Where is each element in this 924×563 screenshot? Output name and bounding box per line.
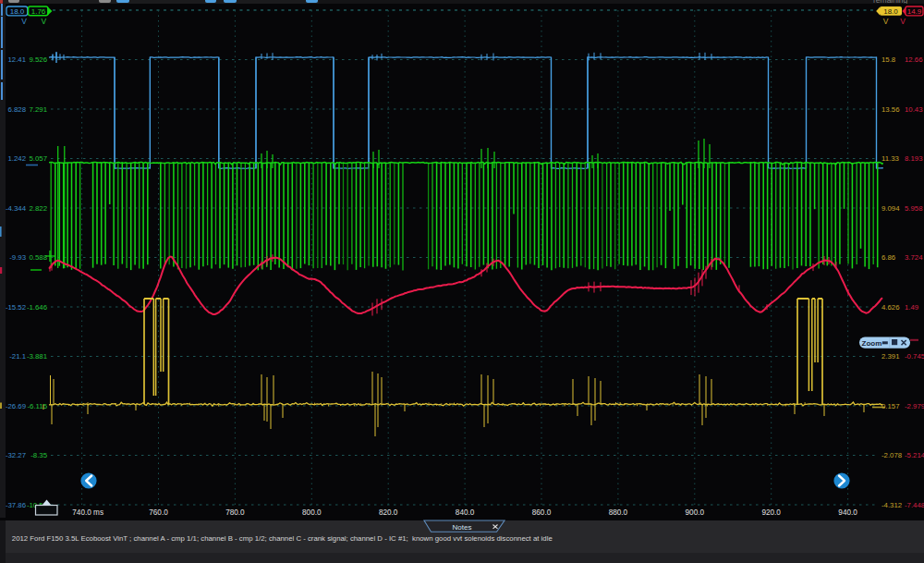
svg-text:12.41: 12.41 <box>7 55 26 64</box>
svg-text:V: V <box>21 17 27 26</box>
svg-text:820.0: 820.0 <box>379 508 398 517</box>
svg-text:-4.312: -4.312 <box>881 501 902 509</box>
svg-text:-37.86: -37.86 <box>6 501 26 509</box>
svg-text:840.0: 840.0 <box>456 508 475 517</box>
svg-text:-21.1: -21.1 <box>9 352 26 361</box>
svg-text:8.193: 8.193 <box>905 154 923 163</box>
svg-text:14.9: 14.9 <box>907 7 922 16</box>
svg-text:2.822: 2.822 <box>29 204 47 213</box>
svg-text:3.724: 3.724 <box>905 253 923 262</box>
svg-text:Zoom: Zoom <box>862 339 882 348</box>
svg-text:6.828: 6.828 <box>7 105 26 114</box>
svg-text:5.057: 5.057 <box>29 154 47 163</box>
svg-text:920.0: 920.0 <box>761 508 781 517</box>
svg-text:9.094: 9.094 <box>881 204 900 213</box>
svg-text:1.76: 1.76 <box>31 7 46 16</box>
svg-text:1.49: 1.49 <box>905 303 918 312</box>
svg-text:V: V <box>42 17 47 26</box>
svg-text:Notes: Notes <box>453 523 472 532</box>
svg-text:12.66: 12.66 <box>905 55 923 64</box>
svg-text:11.33: 11.33 <box>881 154 899 163</box>
svg-text:880.0: 880.0 <box>609 508 628 517</box>
svg-text:-26.69: -26.69 <box>6 402 26 410</box>
svg-text:18.0: 18.0 <box>883 7 898 16</box>
svg-text:800.0: 800.0 <box>302 508 322 517</box>
svg-text:-6.115: -6.115 <box>27 402 47 410</box>
svg-text:-0.745: -0.745 <box>905 352 924 361</box>
svg-text:-7.448: -7.448 <box>905 501 924 509</box>
svg-text:-1.646: -1.646 <box>27 303 47 312</box>
svg-text:-8.35: -8.35 <box>30 451 47 459</box>
svg-text:15.8: 15.8 <box>881 55 895 64</box>
svg-text:18.0: 18.0 <box>10 7 25 16</box>
svg-text:-2.078: -2.078 <box>881 451 902 459</box>
svg-text:-9.93: -9.93 <box>9 253 26 262</box>
svg-text:4.626: 4.626 <box>881 303 900 312</box>
svg-text:10.43: 10.43 <box>905 105 923 114</box>
svg-text:5.958: 5.958 <box>905 204 923 213</box>
svg-text:780.0: 780.0 <box>225 508 245 517</box>
svg-text:0.157: 0.157 <box>881 402 900 410</box>
svg-text:6.86: 6.86 <box>881 253 895 262</box>
svg-text:0.588: 0.588 <box>29 253 47 262</box>
svg-text:1.242: 1.242 <box>7 154 26 163</box>
svg-text:-15.52: -15.52 <box>6 303 26 312</box>
svg-text:-3.881: -3.881 <box>27 352 47 361</box>
svg-text:V: V <box>883 17 889 26</box>
svg-text:740.0 ms: 740.0 ms <box>72 508 103 517</box>
svg-text:-5.214: -5.214 <box>905 451 924 459</box>
svg-text:900.0: 900.0 <box>686 508 705 517</box>
svg-text:760.0: 760.0 <box>149 508 168 517</box>
svg-text:9.526: 9.526 <box>29 55 47 64</box>
svg-text:7.291: 7.291 <box>29 105 47 114</box>
svg-text:940.0: 940.0 <box>838 508 857 517</box>
svg-text:13.56: 13.56 <box>881 105 900 114</box>
svg-text:860.0: 860.0 <box>532 508 552 517</box>
svg-text:-32.27: -32.27 <box>6 451 26 459</box>
svg-text:V: V <box>900 17 906 26</box>
svg-text:2.391: 2.391 <box>881 352 900 361</box>
svg-text:-4.344: -4.344 <box>6 204 27 213</box>
svg-text:-2.979: -2.979 <box>905 402 924 410</box>
